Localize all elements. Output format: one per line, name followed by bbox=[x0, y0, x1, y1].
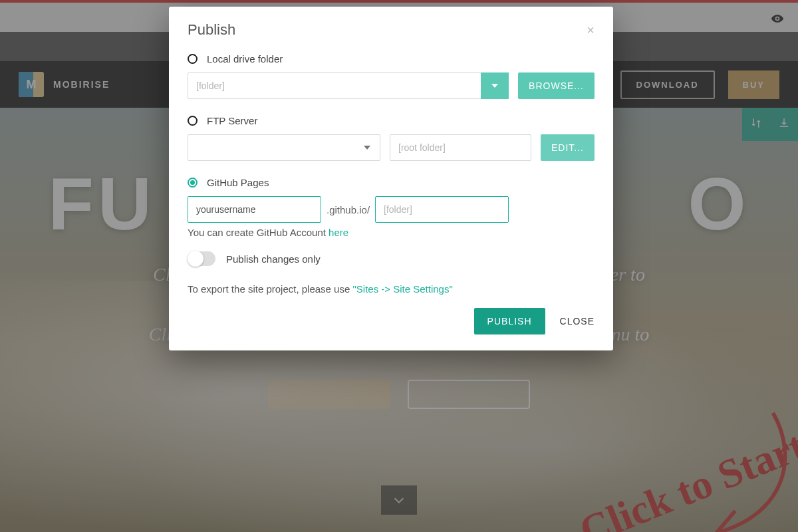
github-account-help: You can create GitHub Account here bbox=[188, 227, 595, 238]
github-folder-input[interactable] bbox=[375, 196, 509, 223]
radio-selected-icon bbox=[188, 178, 198, 188]
github-username-input[interactable] bbox=[188, 196, 321, 223]
option-local-drive[interactable]: Local drive folder bbox=[188, 53, 595, 65]
publish-modal: Publish × Local drive folder BROWSE... F… bbox=[169, 7, 613, 350]
option-github-pages[interactable]: GitHub Pages bbox=[188, 177, 595, 188]
radio-icon bbox=[188, 116, 198, 126]
close-icon[interactable]: × bbox=[587, 23, 595, 38]
publish-button[interactable]: PUBLISH bbox=[474, 308, 545, 334]
local-folder-input[interactable] bbox=[188, 72, 481, 99]
close-button[interactable]: CLOSE bbox=[560, 316, 595, 327]
publish-changes-toggle[interactable] bbox=[188, 251, 215, 266]
svg-marker-0 bbox=[491, 84, 498, 88]
option-ftp-server[interactable]: FTP Server bbox=[188, 115, 595, 126]
local-folder-group bbox=[188, 72, 509, 99]
github-domain-label: .github.io/ bbox=[327, 204, 370, 215]
svg-marker-1 bbox=[364, 146, 370, 150]
local-folder-dropdown[interactable] bbox=[481, 72, 509, 99]
toggle-knob bbox=[188, 251, 203, 267]
site-settings-link[interactable]: "Sites -> Site Settings" bbox=[352, 283, 452, 295]
radio-icon bbox=[188, 54, 198, 64]
option-label: FTP Server bbox=[207, 115, 257, 126]
option-label: Local drive folder bbox=[207, 53, 283, 65]
create-github-link[interactable]: here bbox=[329, 227, 348, 238]
export-help-text: To export the site project, please use "… bbox=[188, 283, 595, 295]
ftp-root-input[interactable] bbox=[390, 134, 531, 161]
toggle-label: Publish changes only bbox=[226, 253, 321, 265]
modal-title: Publish bbox=[188, 21, 235, 39]
option-label: GitHub Pages bbox=[207, 177, 269, 188]
ftp-server-select[interactable] bbox=[188, 134, 380, 161]
browse-button[interactable]: BROWSE... bbox=[518, 72, 595, 99]
edit-button[interactable]: EDIT... bbox=[541, 134, 595, 161]
